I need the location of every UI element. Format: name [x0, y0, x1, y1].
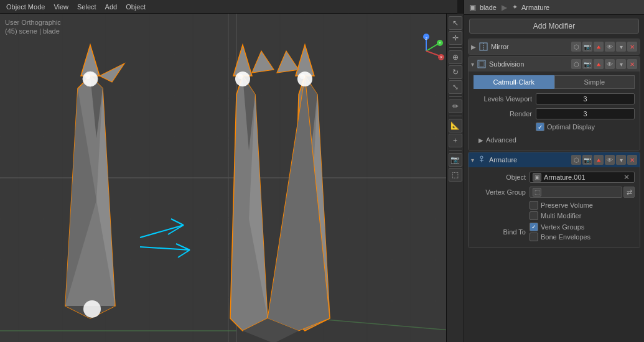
svg-point-53	[235, 72, 250, 86]
bind-to-row: Bind To ✓ Vertex Groups Bone Envelopes	[474, 223, 635, 241]
armature-object-clear[interactable]: ✕	[622, 172, 632, 182]
topbar: Object Mode View Select Add Object	[0, 0, 457, 14]
render-label: Render	[474, 110, 536, 118]
add-menu[interactable]: Add	[101, 3, 121, 11]
svg-line-59	[171, 219, 184, 225]
vertex-group-row: Vertex Group ⬚ ⇄	[474, 186, 635, 198]
mirror-collapse-toggle[interactable]: ▶	[471, 44, 476, 50]
mirror-close-button[interactable]: ✕	[627, 42, 637, 52]
sub-dropdown[interactable]: ▾	[616, 59, 626, 69]
toolbar-sep-1	[449, 47, 462, 48]
toolbar-btn-1[interactable]: ↖	[449, 16, 462, 30]
sub-eye-icon[interactable]: 👁	[605, 59, 615, 69]
svg-marker-36	[100, 63, 124, 82]
mirror-filter-icon[interactable]: ⬡	[571, 42, 581, 52]
optimal-display-checkbox[interactable]: ✓	[536, 122, 544, 131]
sub-close-button[interactable]: ✕	[627, 59, 637, 69]
svg-marker-52	[252, 51, 274, 73]
sub-render-icon[interactable]: 🔺	[594, 59, 604, 69]
svg-line-62	[178, 250, 190, 257]
vertex-groups-check: ✓	[531, 224, 536, 230]
armature-collapse-toggle[interactable]: ▾	[471, 157, 474, 164]
bone-envelopes-checkbox[interactable]	[530, 233, 538, 241]
armature-object-row: Object ▣ Armature.001 ✕	[474, 171, 635, 183]
preserve-volume-label: Preserve Volume	[541, 201, 593, 209]
levels-viewport-row: Levels Viewport 3	[474, 93, 635, 105]
arm-dropdown[interactable]: ▾	[616, 155, 626, 165]
armature-object-value: Armature.001	[544, 173, 586, 181]
add-modifier-button[interactable]: Add Modifier	[469, 19, 639, 34]
levels-viewport-value[interactable]: 3	[536, 93, 635, 104]
arm-render-icon[interactable]: 🔺	[594, 155, 604, 165]
svg-line-60	[140, 247, 190, 250]
vertex-group-swap[interactable]: ⇄	[623, 187, 635, 198]
svg-line-58	[168, 225, 184, 234]
toolbar-btn-measure[interactable]: 📐	[449, 119, 462, 132]
panel-icon-mesh: ▣	[469, 3, 476, 12]
simple-tab[interactable]: Simple	[554, 75, 635, 89]
subdivision-modifier: ▾ Subdivision ⬡ 📷 🔺 👁 ▾ ✕ Catmull-Clark …	[468, 56, 640, 150]
svg-point-40	[83, 300, 101, 318]
panel-header: ▣ blade ▶ ✦ Armature	[464, 0, 644, 15]
toolbar-btn-move[interactable]: ⊕	[449, 50, 462, 64]
armature-modifier: ▾ Armature ⬡ 📷 🔺 👁 ▾ ✕ Object	[468, 152, 640, 248]
mirror-cam-icon[interactable]: 📷	[582, 42, 592, 52]
toolbar-btn-annot[interactable]: ✏	[449, 99, 462, 113]
armature-object-field[interactable]: ▣ Armature.001 ✕	[530, 172, 635, 183]
arm-close-button[interactable]: ✕	[627, 155, 637, 165]
sub-cam-icon[interactable]: 📷	[582, 59, 592, 69]
arm-filter-icon[interactable]: ⬡	[571, 155, 581, 165]
subdivision-content: Catmull-Clark Simple Levels Viewport 3 R…	[469, 72, 640, 150]
subdivision-icon	[477, 59, 487, 69]
armature-content: Object ▣ Armature.001 ✕ Vertex Group ⬚ ⇄	[469, 167, 640, 247]
panel-icon-armature: ✦	[512, 3, 518, 11]
select-menu[interactable]: Select	[73, 3, 100, 11]
armature-modifier-icons: ⬡ 📷 🔺 👁 ▾ ✕	[571, 155, 637, 165]
subdivision-modifier-header: ▾ Subdivision ⬡ 📷 🔺 👁 ▾ ✕	[469, 57, 640, 72]
toolbar-btn-2[interactable]: ✛	[449, 31, 462, 45]
toolbar-sep-2	[449, 96, 462, 97]
toolbar-btn-scale[interactable]: ⤡	[449, 80, 462, 94]
mode-selector[interactable]: Object Mode	[2, 3, 49, 11]
add-modifier-label: Add Modifier	[533, 22, 575, 30]
advanced-section[interactable]: ▶ Advanced	[474, 134, 635, 146]
catmull-clark-tab[interactable]: Catmull-Clark	[474, 75, 554, 89]
toolbar-btn-camera[interactable]: 📷	[449, 153, 462, 167]
toolbar-btn-lattice[interactable]: ⬚	[449, 168, 462, 182]
mirror-render-icon[interactable]: 🔺	[594, 42, 604, 52]
toolbar-sep-4	[449, 150, 462, 150]
svg-point-54	[238, 74, 243, 79]
bone-envelopes-label: Bone Envelopes	[541, 233, 590, 241]
viewport: User Orthographic (45) scene | blade Z Y…	[0, 14, 457, 342]
toolbar-btn-rotate[interactable]: ↻	[449, 65, 462, 79]
mirror-dropdown[interactable]: ▾	[616, 42, 626, 52]
subdivision-modifier-name: Subdivision	[489, 60, 569, 68]
bind-to-label: Bind To	[474, 228, 530, 236]
toolbar-btn-add[interactable]: +	[449, 134, 462, 147]
sub-filter-icon[interactable]: ⬡	[571, 59, 581, 69]
arm-eye-icon[interactable]: 👁	[605, 155, 615, 165]
check-mark: ✓	[538, 124, 543, 131]
subdivision-modifier-icons: ⬡ 📷 🔺 👁 ▾ ✕	[571, 59, 637, 69]
mirror-modifier-name: Mirror	[491, 43, 569, 50]
scene-objects	[0, 14, 457, 342]
render-row: Render 3	[474, 108, 635, 120]
arm-cam-icon[interactable]: 📷	[582, 155, 592, 165]
svg-point-39	[85, 74, 90, 79]
vertex-groups-checkbox[interactable]: ✓	[530, 223, 538, 231]
vertex-groups-label: Vertex Groups	[541, 223, 584, 231]
vertex-group-input[interactable]: ⬚	[530, 187, 622, 198]
subdivision-collapse-toggle[interactable]: ▾	[471, 61, 474, 68]
mirror-modifier: ▶ Mirror ⬡ 📷 🔺 👁 ▾ ✕	[468, 39, 640, 55]
object-menu[interactable]: Object	[122, 3, 149, 11]
algo-tabs: Catmull-Clark Simple	[474, 75, 635, 89]
armature-modifier-name: Armature	[489, 156, 569, 164]
view-menu[interactable]: View	[50, 3, 72, 11]
mirror-eye-icon[interactable]: 👁	[605, 42, 615, 52]
svg-point-56	[300, 74, 305, 79]
multi-modifier-checkbox[interactable]	[530, 211, 538, 220]
right-toolbar: ↖ ✛ ⊕ ↻ ⤡ ✏ 📐 + 📷 ⬚	[446, 14, 464, 342]
render-value[interactable]: 3	[536, 108, 635, 119]
multi-modifier-row: Multi Modifier	[474, 211, 635, 220]
preserve-volume-checkbox[interactable]	[530, 201, 538, 210]
